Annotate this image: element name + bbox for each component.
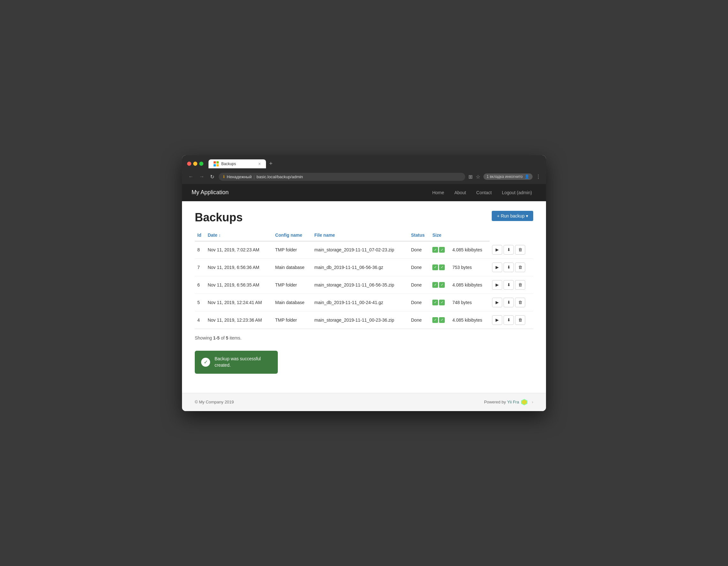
translate-icon[interactable]: ⊞ (468, 174, 473, 180)
nav-contact[interactable]: Contact (472, 187, 496, 198)
close-window-button[interactable] (187, 162, 191, 166)
download-button[interactable]: ⬇ (504, 245, 514, 254)
address-bar: ← → ↻ ℹ Ненадежный | basic.local/backup/… (182, 171, 546, 184)
download-button[interactable]: ⬇ (504, 262, 514, 272)
cell-status: Done (408, 241, 430, 259)
col-id: Id (195, 229, 205, 241)
cell-status: Done (408, 311, 430, 329)
toast-notification: ✓ Backup was successful created. (195, 351, 278, 374)
delete-button[interactable]: 🗑 (515, 280, 525, 290)
check-icon-1: ✓ (432, 317, 438, 323)
cell-config: TMP folder (273, 311, 312, 329)
check-icon-1: ✓ (432, 300, 438, 306)
col-config-label: Config name (275, 232, 302, 238)
address-input[interactable]: ℹ Ненадежный | basic.local/backup/admin (219, 173, 465, 181)
minimize-window-button[interactable] (193, 162, 197, 166)
active-tab[interactable]: Backups × (209, 159, 266, 168)
svg-rect-2 (214, 164, 216, 166)
cell-status: Done (408, 294, 430, 311)
app-content: Backups + Run backup ▾ Id Date ↕ Config … (182, 201, 546, 393)
nav-about[interactable]: About (450, 187, 471, 198)
table-header: Id Date ↕ Config name File name Status (195, 229, 533, 241)
table-row: 8 Nov 11, 2019, 7:02:23 AM TMP folder ma… (195, 241, 533, 259)
address-separator: | (254, 174, 254, 179)
nav-logout[interactable]: Logout (admin) (497, 187, 536, 198)
more-options-button[interactable]: ⋮ (536, 174, 541, 180)
collapse-icon[interactable]: › (532, 400, 533, 404)
reload-button[interactable]: ↻ (209, 173, 216, 180)
col-date[interactable]: Date ↕ (205, 229, 272, 241)
bookmark-icon[interactable]: ☆ (476, 174, 480, 180)
delete-button[interactable]: 🗑 (515, 315, 525, 325)
nav-home[interactable]: Home (428, 187, 449, 198)
back-button[interactable]: ← (187, 173, 195, 180)
cell-actions: ▶ ⬇ 🗑 (489, 241, 533, 259)
cell-date: Nov 11, 2019, 6:56:35 AM (205, 276, 272, 294)
cell-checks: ✓ ✓ (430, 258, 450, 276)
content-header: Backups + Run backup ▾ (195, 211, 533, 224)
browser-chrome: Backups × + ← → ↻ ℹ Ненадежный | basic.l… (182, 155, 546, 184)
cell-date: Nov 11, 2019, 7:02:23 AM (205, 241, 272, 259)
run-button[interactable]: ▶ (492, 298, 502, 307)
cell-checks: ✓ ✓ (430, 311, 450, 329)
check-icon-2: ✓ (439, 247, 445, 253)
cell-size: 4.085 kibibytes (450, 311, 490, 329)
sort-icon: ↕ (219, 233, 221, 238)
delete-button[interactable]: 🗑 (515, 262, 525, 272)
delete-button[interactable]: 🗑 (515, 245, 525, 254)
download-button[interactable]: ⬇ (504, 280, 514, 290)
toast-message: Backup was successful created. (215, 356, 271, 368)
cell-size: 753 bytes (450, 258, 490, 276)
download-button[interactable]: ⬇ (504, 315, 514, 325)
table-row: 5 Nov 11, 2019, 12:24:41 AM Main databas… (195, 294, 533, 311)
svg-rect-0 (214, 161, 216, 163)
backups-table: Id Date ↕ Config name File name Status (195, 229, 533, 329)
check-icon-2: ✓ (439, 317, 445, 323)
delete-button[interactable]: 🗑 (515, 298, 525, 307)
col-size: Size (430, 229, 450, 241)
security-label: Ненадежный (227, 174, 252, 179)
security-icon: ℹ (223, 174, 225, 179)
run-button[interactable]: ▶ (492, 262, 502, 272)
yii-framework-link[interactable]: Yii Fra (507, 400, 519, 404)
new-tab-button[interactable]: + (267, 159, 275, 168)
check-icon-2: ✓ (439, 300, 445, 306)
incognito-avatar: 👤 (525, 174, 529, 179)
cell-date: Nov 11, 2019, 6:56:36 AM (205, 258, 272, 276)
cell-id: 4 (195, 311, 205, 329)
cell-filename: main_db_2019-11-11_00-24-41.gz (312, 294, 409, 311)
maximize-window-button[interactable] (199, 162, 203, 166)
cell-actions: ▶ ⬇ 🗑 (489, 276, 533, 294)
footer-powered: Powered by Yii Fra › (484, 398, 533, 406)
app-footer: © My Company 2019 Powered by Yii Fra › (182, 393, 546, 411)
page-title: Backups (195, 211, 243, 224)
footer-copyright: © My Company 2019 (195, 400, 234, 404)
cell-status: Done (408, 258, 430, 276)
tab-favicon (214, 161, 219, 166)
run-backup-button[interactable]: + Run backup ▾ (492, 211, 533, 221)
col-filename: File name (312, 229, 409, 241)
svg-rect-3 (216, 164, 219, 166)
col-id-label: Id (197, 232, 201, 238)
col-filename-label: File name (315, 232, 335, 238)
table-body: 8 Nov 11, 2019, 7:02:23 AM TMP folder ma… (195, 241, 533, 329)
cell-filename: main_storage_2019-11-11_00-23-36.zip (312, 311, 409, 329)
app-navbar: My Application Home About Contact Logout… (182, 184, 546, 201)
cell-checks: ✓ ✓ (430, 241, 450, 259)
forward-button[interactable]: → (198, 173, 206, 180)
cell-actions: ▶ ⬇ 🗑 (489, 294, 533, 311)
check-icon-1: ✓ (432, 282, 438, 288)
check-icon-2: ✓ (439, 282, 445, 288)
tab-close-button[interactable]: × (258, 162, 261, 166)
run-button[interactable]: ▶ (492, 245, 502, 254)
run-button[interactable]: ▶ (492, 280, 502, 290)
run-button[interactable]: ▶ (492, 315, 502, 325)
cell-checks: ✓ ✓ (430, 294, 450, 311)
cell-config: TMP folder (273, 276, 312, 294)
title-bar: Backups × + (182, 155, 546, 171)
download-button[interactable]: ⬇ (504, 298, 514, 307)
check-icon-2: ✓ (439, 264, 445, 270)
tab-bar: Backups × + (209, 159, 541, 168)
col-actions (450, 229, 490, 241)
of-text: of (220, 336, 226, 341)
